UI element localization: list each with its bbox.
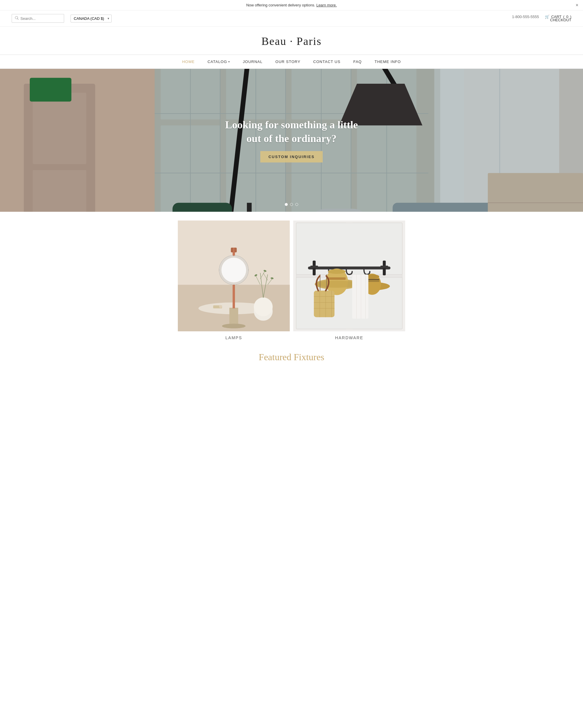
- nav-item-theme-info[interactable]: THEME INFO: [368, 55, 407, 69]
- currency-selector[interactable]: CANADA (CAD $) USA (USD $) UK (GBP £): [71, 15, 112, 23]
- search-icon: [15, 16, 19, 21]
- nav-label-catalog: CATALOG: [207, 59, 227, 64]
- product-category-grid: LAMPS: [160, 212, 423, 340]
- slider-dot-2[interactable]: [290, 203, 293, 206]
- svg-point-52: [222, 324, 246, 329]
- chevron-down-icon: ▾: [228, 60, 230, 63]
- svg-rect-80: [383, 260, 386, 275]
- nav-item-faq[interactable]: FAQ: [347, 55, 368, 69]
- svg-point-60: [254, 297, 273, 316]
- hero-headline: Looking for something a little out of th…: [219, 118, 364, 146]
- svg-line-1: [18, 19, 18, 20]
- svg-rect-51: [229, 308, 238, 326]
- nav-item-our-story[interactable]: OUR STORY: [269, 55, 307, 69]
- search-input[interactable]: [20, 16, 61, 21]
- lamps-image-box: [178, 220, 290, 331]
- product-card-lamps[interactable]: LAMPS: [178, 220, 290, 340]
- nav-label-home: HOME: [182, 59, 195, 64]
- slider-dot-3[interactable]: [295, 203, 298, 206]
- svg-rect-101: [352, 275, 368, 319]
- svg-point-84: [328, 269, 346, 274]
- search-container: [12, 14, 64, 23]
- logo-part1: Beau: [261, 35, 286, 47]
- hardware-image-box: [293, 220, 405, 331]
- logo-part2: Paris: [297, 35, 322, 47]
- svg-rect-86: [328, 277, 346, 280]
- nav-label-journal: JOURNAL: [243, 59, 262, 64]
- product-card-hardware[interactable]: HARDWARE: [293, 220, 405, 340]
- hardware-scene: [293, 220, 405, 331]
- currency-wrapper: CANADA (CAD $) USA (USD $) UK (GBP £): [67, 15, 112, 23]
- svg-point-71: [219, 305, 222, 308]
- top-bar: CANADA (CAD $) USA (USD $) UK (GBP £) 1-…: [0, 10, 583, 27]
- svg-point-57: [222, 258, 246, 282]
- top-bar-left: CANADA (CAD $) USA (USD $) UK (GBP £): [12, 14, 112, 23]
- slider-dots: [285, 203, 298, 206]
- phone-number: 1-800-555-5555: [512, 15, 539, 19]
- nav-label-faq: FAQ: [353, 59, 362, 64]
- announcement-close-button[interactable]: ×: [576, 3, 578, 8]
- hardware-label: HARDWARE: [335, 335, 363, 340]
- svg-rect-81: [381, 266, 388, 268]
- top-right-group: 1-800-555-5555 🛒 CART (0) CHECKOUT: [512, 15, 571, 22]
- logo-dot: ·: [290, 35, 293, 47]
- featured-title: Featured Fixtures: [6, 352, 577, 363]
- featured-section: Featured Fixtures: [0, 340, 583, 368]
- nav-label-our-story: OUR STORY: [275, 59, 301, 64]
- nav-item-home[interactable]: HOME: [176, 55, 201, 69]
- logo[interactable]: Beau · Paris: [6, 35, 577, 48]
- announcement-bar: Now offering convenient delivery options…: [0, 0, 583, 10]
- cart-icon: 🛒: [545, 15, 550, 19]
- logo-container: Beau · Paris: [0, 27, 583, 55]
- svg-rect-77: [308, 266, 391, 269]
- main-nav: HOME CATALOG ▾ JOURNAL OUR STORY CONTACT…: [0, 55, 583, 69]
- hero-cta-button[interactable]: CUSTOM INQUIRIES: [260, 151, 323, 162]
- lamps-label: LAMPS: [225, 335, 242, 340]
- nav-item-journal[interactable]: JOURNAL: [237, 55, 269, 69]
- svg-rect-79: [310, 266, 318, 268]
- nav-item-contact-us[interactable]: CONTACT US: [307, 55, 347, 69]
- announcement-text: Now offering convenient delivery options…: [246, 3, 315, 7]
- slider-dot-1[interactable]: [285, 203, 288, 206]
- nav-label-theme-info: THEME INFO: [374, 59, 401, 64]
- hero-overlay: Looking for something a little out of th…: [0, 69, 583, 212]
- nav-item-catalog[interactable]: CATALOG ▾: [201, 55, 237, 69]
- hero-slider: Looking for something a little out of th…: [0, 69, 583, 212]
- svg-rect-78: [313, 260, 316, 275]
- announcement-link[interactable]: Learn more.: [316, 3, 337, 7]
- lamps-scene: [178, 220, 290, 331]
- nav-label-contact-us: CONTACT US: [313, 59, 340, 64]
